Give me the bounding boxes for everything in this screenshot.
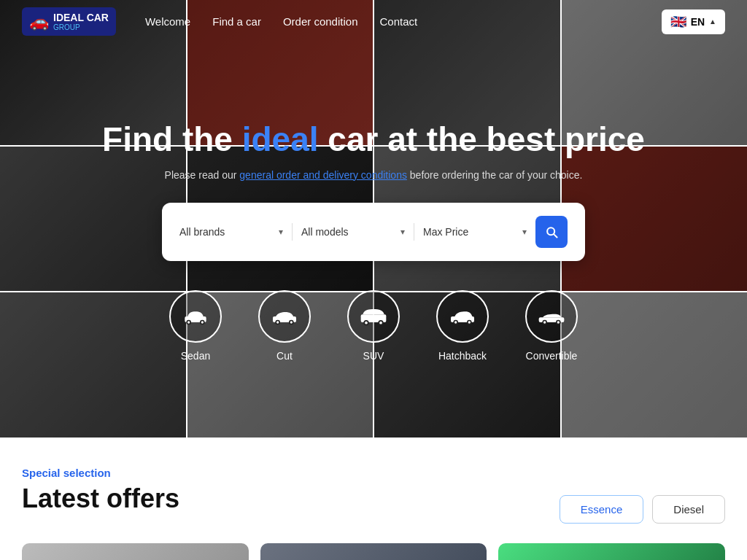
filter-diesel-button[interactable]: Diesel [652, 495, 725, 524]
hero-content: Find the ideal car at the best price Ple… [0, 0, 747, 438]
cars-preview [22, 543, 725, 560]
nav-order-condition[interactable]: Order condition [283, 15, 358, 28]
nav-find-car[interactable]: Find a car [212, 15, 261, 28]
filter-essence-button[interactable]: Essence [560, 495, 644, 524]
hero-title-pre: Find the [102, 120, 242, 158]
car-card-1[interactable] [22, 543, 249, 560]
logo-text-group: GROUP [53, 23, 109, 31]
suv-label: SUV [363, 350, 384, 362]
hatchback-icon [448, 306, 477, 327]
hatchback-circle [436, 290, 489, 343]
convertible-icon [537, 306, 566, 327]
car-card-2[interactable] [260, 543, 487, 560]
divider-2 [414, 223, 414, 241]
price-select-wrapper: Max Price [423, 225, 527, 238]
cut-label: Cut [276, 350, 293, 362]
model-select-wrapper: All models [301, 225, 405, 238]
svg-point-24 [557, 321, 560, 323]
logo-car-icon: 🚗 [29, 12, 49, 31]
hero-subtitle: Please read our general order and delive… [165, 169, 583, 181]
nav-left: 🚗 IDEAL CAR GROUP Welcome Find a car Ord… [22, 7, 417, 36]
car-type-sedan[interactable]: Sedan [169, 290, 222, 362]
svg-point-4 [201, 321, 204, 323]
language-selector[interactable]: 🇬🇧 EN ▲ [662, 9, 725, 34]
logo-text-ideal: IDEAL CAR [53, 12, 109, 23]
svg-point-18 [454, 321, 457, 323]
search-icon [544, 225, 559, 239]
car-type-convertible[interactable]: Convertible [525, 290, 578, 362]
suv-icon [359, 306, 388, 327]
chevron-up-icon: ▲ [709, 18, 716, 26]
divider-1 [292, 223, 293, 241]
svg-point-3 [187, 321, 190, 323]
svg-point-14 [379, 321, 382, 324]
svg-point-13 [365, 321, 368, 324]
car-card-3[interactable] [498, 543, 725, 560]
nav-contact[interactable]: Contact [379, 15, 417, 28]
brand-select-wrapper: All brands [179, 225, 283, 238]
sedan-label: Sedan [181, 350, 210, 362]
nav-welcome[interactable]: Welcome [145, 15, 190, 28]
convertible-circle [525, 290, 578, 343]
price-select[interactable]: Max Price [423, 226, 527, 238]
cut-icon [270, 306, 299, 327]
cut-circle [258, 290, 311, 343]
car-types: Sedan Cut [169, 290, 578, 362]
search-bar: All brands All models Max Price [162, 203, 585, 261]
sedan-icon [181, 306, 210, 327]
hatchback-label: Hatchback [438, 350, 487, 362]
svg-point-9 [290, 321, 293, 323]
brand-select[interactable]: All brands [179, 226, 283, 238]
hero-title-post: car at the best price [319, 120, 645, 158]
car-type-suv[interactable]: SUV [347, 290, 400, 362]
suv-circle [347, 290, 400, 343]
svg-point-8 [276, 321, 279, 323]
svg-point-23 [543, 321, 546, 323]
car-type-cut[interactable]: Cut [258, 290, 311, 362]
hero-title: Find the ideal car at the best price [102, 120, 645, 160]
hero-section: Find the ideal car at the best price Ple… [0, 0, 747, 438]
car-type-hatchback[interactable]: Hatchback [436, 290, 489, 362]
hero-title-ideal: ideal [242, 120, 319, 158]
nav-links: Welcome Find a car Order condition Conta… [145, 15, 417, 28]
model-select[interactable]: All models [301, 226, 405, 238]
search-button[interactable] [535, 216, 568, 248]
lang-code: EN [691, 16, 705, 28]
svg-point-19 [468, 321, 471, 323]
sedan-circle [169, 290, 222, 343]
special-label: Special selection [22, 467, 725, 479]
flag-icon: 🇬🇧 [670, 14, 686, 30]
logo[interactable]: 🚗 IDEAL CAR GROUP [22, 7, 116, 36]
hero-subtitle-link[interactable]: general order and delivery conditions [239, 169, 407, 181]
filter-buttons: Essence Diesel [560, 495, 725, 524]
bottom-section: Special selection Latest offers Essence … [0, 438, 747, 560]
convertible-label: Convertible [526, 350, 578, 362]
